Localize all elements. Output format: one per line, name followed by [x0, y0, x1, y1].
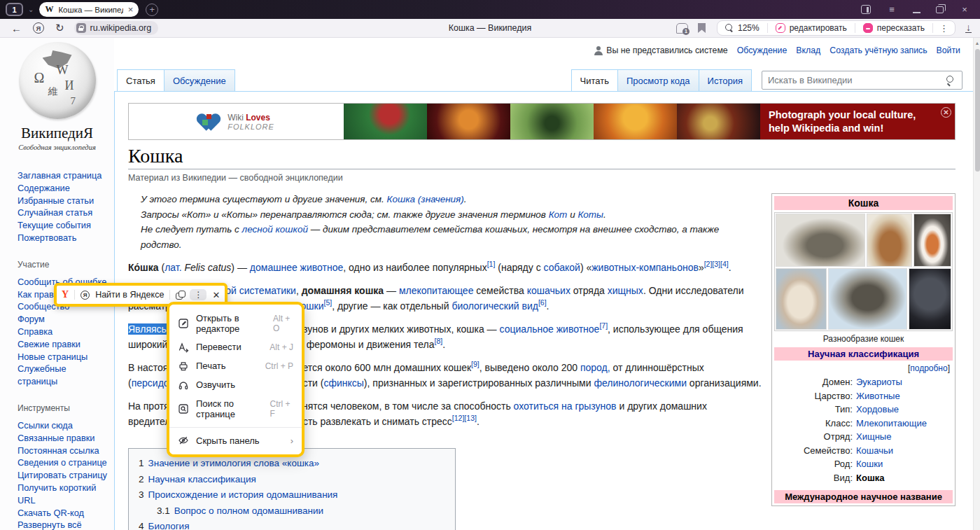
toc-link[interactable]: Научная классификация	[148, 474, 256, 484]
wiki-link[interactable]: млекопитающее	[399, 285, 474, 296]
reference-link[interactable]: [9]	[471, 360, 479, 368]
sidebar-item[interactable]: Свежие правки	[18, 338, 108, 351]
browser-tab[interactable]: W Кошка — Википедия ×	[39, 2, 139, 17]
sidebar-item[interactable]: Форум	[18, 313, 108, 326]
context-menu-item[interactable]: Открыть в редакторе Alt + O ›	[169, 309, 302, 337]
new-tab-button[interactable]: +	[146, 4, 158, 16]
yandex-logo-icon[interactable]: Y	[62, 289, 69, 300]
sidebar-item[interactable]: Скачать QR-код	[18, 507, 108, 519]
reference-link[interactable]: [12][13]	[452, 414, 477, 422]
context-menu-item[interactable]: Озвучить ›	[169, 375, 302, 394]
popup-more-icon[interactable]: ⋮	[190, 289, 206, 300]
wiki-link[interactable]: охотиться на грызунов	[514, 400, 617, 412]
tab-group-badge[interactable]: 1	[6, 3, 23, 16]
sidebar-item[interactable]: Цитировать страницу	[18, 469, 108, 482]
personal-link-create-account[interactable]: Создать учётную запись	[830, 46, 927, 55]
side-panel-icon[interactable]	[861, 5, 871, 14]
tab-close-icon[interactable]: ×	[128, 5, 134, 14]
sidebar-item[interactable]: Сведения о странице	[18, 456, 108, 469]
reference-link[interactable]: [5]	[324, 298, 332, 307]
toc-link[interactable]: Вопрос о полном одомашнивании	[174, 505, 323, 516]
reference-link[interactable]: [1]	[487, 260, 496, 268]
classification-header[interactable]: Научная классификация	[774, 347, 953, 361]
search-input[interactable]	[768, 75, 946, 85]
minimize-icon[interactable]	[913, 12, 920, 13]
banner-close-icon[interactable]: ✕	[941, 107, 951, 118]
detail-link[interactable]: подробно	[910, 363, 947, 373]
context-menu-item[interactable]: Перевести Alt + J ›	[169, 337, 302, 356]
reload-icon[interactable]: ↻	[55, 22, 64, 34]
tab-history[interactable]: История	[699, 69, 752, 91]
taxonomy-value[interactable]: Животные	[856, 389, 900, 403]
wiki-link[interactable]: лат.	[164, 262, 181, 273]
sidebar-item[interactable]: Заглавная страница	[18, 169, 108, 182]
lock-icon[interactable]	[76, 23, 86, 33]
context-menu-item[interactable]: Поиск по странице Ctrl + F ›	[169, 394, 302, 423]
chevron-down-icon[interactable]: ⌄	[28, 6, 34, 13]
restore-window-icon[interactable]	[936, 6, 944, 13]
toc-link[interactable]: Значение и этимология слова «кошка»	[148, 458, 319, 468]
reference-link[interactable]: [6]	[538, 298, 547, 307]
close-window-icon[interactable]: ×	[959, 4, 970, 15]
wiki-link[interactable]: домашнее животное	[250, 262, 343, 273]
wiki-search-box[interactable]	[762, 71, 962, 90]
context-menu-item[interactable]: Скрыть панель ›	[169, 427, 302, 450]
tab-view-source[interactable]: Просмотр кода	[618, 69, 699, 91]
toc-link[interactable]: Происхождение и история одомашнивания	[148, 489, 338, 500]
reference-link[interactable]: [2][3][4]	[704, 260, 729, 268]
sidebar-item[interactable]: Получить короткий URL	[18, 482, 108, 507]
tab-article[interactable]: Статья	[117, 69, 164, 91]
edit-button[interactable]: редактировать	[768, 23, 855, 33]
wiki-link[interactable]: Коты	[578, 209, 603, 220]
taxonomy-value[interactable]: Хищные	[856, 430, 891, 444]
taxonomy-value[interactable]: Кошки	[856, 457, 883, 471]
wiki-link[interactable]: Кошка (значения)	[387, 194, 464, 204]
wiki-link[interactable]: сфинксы	[323, 377, 363, 389]
sidebar-item[interactable]: Случайная статья	[18, 207, 108, 219]
zoom-control[interactable]: 125%	[718, 23, 767, 33]
taxonomy-value[interactable]: Кошка	[856, 471, 884, 485]
wiki-link[interactable]: биологический вид	[451, 300, 538, 312]
more-options-icon[interactable]: ⋮	[933, 23, 955, 34]
wiki-link[interactable]: собакой	[544, 262, 580, 273]
taxonomy-value[interactable]: Млекопитающие	[856, 417, 927, 431]
tab-discussion[interactable]: Обсуждение	[164, 69, 235, 91]
download-icon[interactable]: ↓	[965, 23, 972, 33]
reference-link[interactable]: [8]	[435, 337, 443, 345]
wiki-loves-folklore-banner[interactable]: Wiki Loves FOLKLORE Photograph your loca…	[128, 103, 955, 140]
copy-icon[interactable]	[176, 291, 184, 299]
sidebar-item[interactable]: Избранные статьи	[18, 195, 108, 207]
sidebar-item[interactable]: Ссылки сюда	[18, 419, 108, 432]
sidebar-item[interactable]: Служебные страницы	[18, 363, 108, 388]
page-scrollbar[interactable]: ▲	[973, 38, 980, 530]
sidebar-item[interactable]: Развернуть всё	[18, 519, 108, 530]
sidebar-item[interactable]: Связанные правки	[18, 432, 108, 445]
sidebar-item[interactable]: Постоянная ссылка	[18, 445, 108, 457]
toc-link[interactable]: Биология	[148, 521, 190, 530]
wiki-link[interactable]: лесной кошкой	[242, 224, 308, 235]
popup-close-icon[interactable]: ✕	[212, 290, 220, 300]
reference-link[interactable]: [7]	[599, 321, 608, 330]
taxonomy-value[interactable]: Кошачьи	[856, 444, 893, 458]
sidebar-item[interactable]: Пожертвовать	[18, 232, 108, 244]
scroll-up-icon[interactable]: ▲	[974, 41, 980, 46]
taxonomy-value[interactable]: Хордовые	[856, 403, 899, 417]
context-menu-item[interactable]: Печать Ctrl + P ›	[169, 356, 302, 375]
personal-link-contributions[interactable]: Вклад	[796, 46, 820, 55]
retell-button[interactable]: пересказать	[855, 23, 932, 33]
wiki-link[interactable]: кошачьих	[527, 285, 570, 296]
wikipedia-logo[interactable]: Ω W И 維 7 ВикипедиЯ Свободная энциклопед…	[0, 38, 114, 151]
wiki-link[interactable]: пород,	[580, 362, 610, 373]
bookmark-icon[interactable]	[698, 23, 706, 33]
scrollbar-thumb[interactable]	[975, 49, 980, 172]
personal-link-talk[interactable]: Обсуждение	[737, 46, 788, 55]
tab-read[interactable]: Читать	[571, 69, 618, 91]
sidebar-item[interactable]: Новые страницы	[18, 351, 108, 363]
menu-icon[interactable]: ≡	[886, 4, 897, 15]
wiki-link[interactable]: социальное животное	[500, 323, 600, 335]
personal-link-login[interactable]: Войти	[937, 46, 960, 55]
find-in-yandex-button[interactable]: Найти в Яндексе	[95, 290, 164, 300]
wiki-link[interactable]: Кот	[549, 209, 568, 220]
address-bar[interactable]: ru.wikipedia.org	[74, 21, 159, 35]
yandex-home-icon[interactable]: Я	[33, 22, 44, 34]
